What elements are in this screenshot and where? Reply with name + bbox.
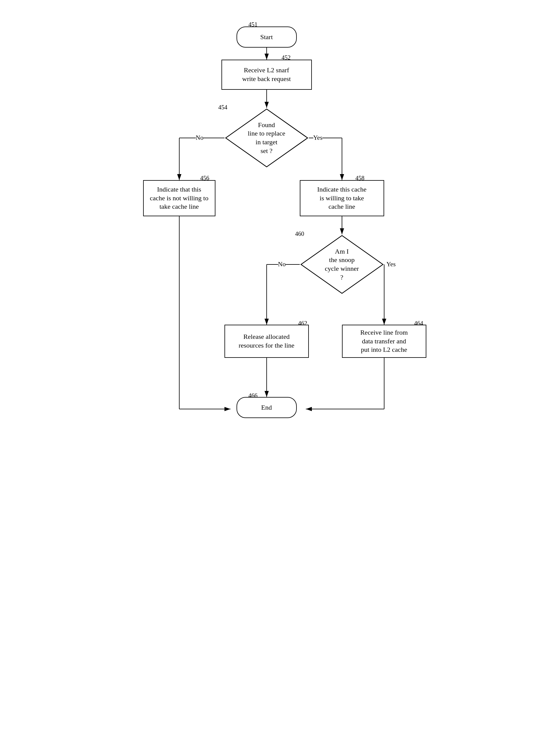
n464-label: Receive line from data transfer and put … (360, 328, 408, 354)
refnum-458: 458 (355, 175, 365, 182)
end-label: End (261, 403, 272, 412)
label-yes-460: Yes (386, 260, 396, 268)
n462-node: Release allocated resources for the line (224, 325, 309, 358)
label-no-454: No (196, 134, 204, 142)
n452-label: Receive L2 snarf write back request (242, 66, 291, 83)
refnum-464: 464 (414, 320, 423, 327)
n454-label: Found line to replace in target set ? (245, 118, 288, 158)
n456-node: Indicate that this cache is not willing … (143, 180, 215, 216)
end-node: End (237, 397, 297, 418)
refnum-452: 452 (282, 54, 291, 61)
start-node: Start (237, 26, 297, 48)
n454-diamond: Found line to replace in target set ? (224, 108, 309, 168)
label-no-460: No (278, 260, 286, 268)
n462-label: Release allocated resources for the line (238, 333, 295, 350)
n458-label: Indicate this cache is willing to take c… (317, 185, 367, 211)
n456-label: Indicate that this cache is not willing … (150, 185, 208, 211)
start-label: Start (260, 33, 273, 41)
refnum-451: 451 (249, 21, 258, 28)
n458-node: Indicate this cache is willing to take c… (300, 180, 384, 216)
flowchart: Start 451 Receive L2 snarf write back re… (131, 12, 402, 735)
refnum-460: 460 (295, 230, 304, 237)
refnum-456: 456 (200, 175, 210, 182)
n464-node: Receive line from data transfer and put … (342, 325, 426, 358)
n460-diamond: Am I the snoop cycle winner ? (300, 234, 384, 295)
refnum-454: 454 (218, 104, 228, 111)
n460-label: Am I the snoop cycle winner ? (322, 244, 362, 284)
refnum-466: 466 (249, 392, 258, 399)
refnum-462: 462 (298, 320, 307, 327)
n452-node: Receive L2 snarf write back request (221, 60, 312, 90)
label-yes-454: Yes (313, 134, 323, 142)
